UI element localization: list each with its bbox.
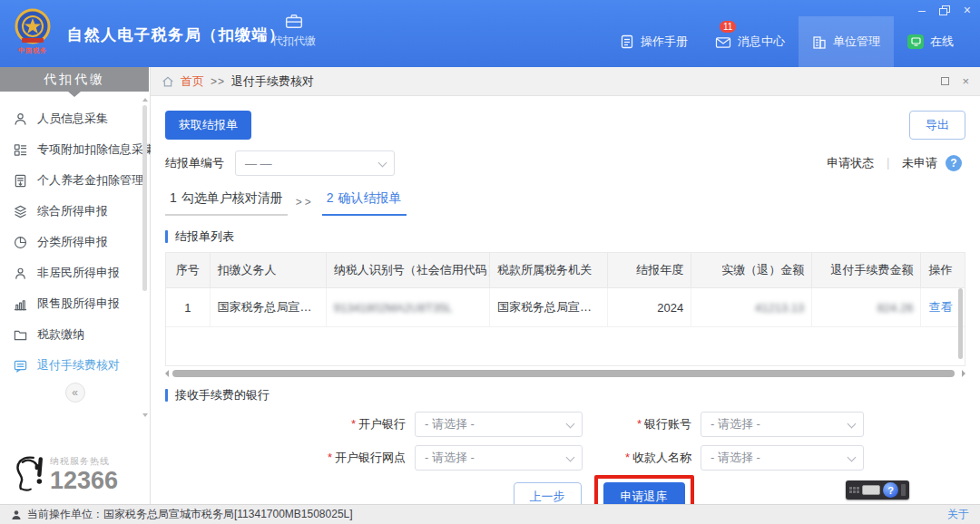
cell-withholder: 国家税务总局宣城市...	[210, 288, 326, 327]
sidebar-item-refund-fee-check[interactable]: 退付手续费核对	[0, 350, 150, 381]
sidebar-item-nonresident-income[interactable]: 非居民所得申报	[0, 257, 150, 288]
fetch-settlement-button[interactable]: 获取结报单	[165, 111, 251, 140]
chevron-down-icon	[848, 420, 857, 429]
sidebar-item-special-deduction[interactable]: 专项附加扣除信息采集	[0, 134, 150, 165]
list-section-title: 结报单列表	[165, 228, 965, 245]
bank-account-select[interactable]: - 请选择 -	[701, 412, 864, 437]
person-icon	[14, 112, 27, 126]
sidebar-collapse-button[interactable]: «	[65, 383, 85, 403]
briefcase-icon	[285, 13, 303, 29]
payee-name-select[interactable]: - 请选择 -	[701, 445, 864, 471]
operating-unit-text: 当前操作单位：国家税务总局宣城市税务局[11341700MB1508025L]	[27, 507, 353, 522]
breadcrumb-bar: 首页 >> 退付手续费核对 ×	[151, 67, 980, 96]
maximize-panel-icon[interactable]	[941, 77, 949, 85]
sidebar-item-label: 专项附加扣除信息采集	[37, 141, 155, 158]
sidebar-item-label: 税款缴纳	[37, 326, 84, 343]
doc-no-value: — —	[245, 157, 272, 170]
export-button[interactable]: 导出	[909, 111, 965, 140]
tab-withholding-module[interactable]: 代扣代缴	[272, 13, 316, 49]
sidebar-item-tax-payment[interactable]: 税款缴纳	[0, 319, 150, 350]
breadcrumb-current: 退付手续费核对	[231, 73, 314, 90]
bank-label-payee-name: *收款人名称	[608, 450, 691, 466]
cell-fee-amount: 824.26	[812, 288, 921, 327]
scroll-right-arrow-icon[interactable]	[962, 370, 965, 377]
step-tab-check-list[interactable]: 1 勾选单户核对清册	[165, 190, 288, 216]
cell-year: 2024	[608, 288, 691, 327]
menu-item-online[interactable]: 在线	[894, 16, 967, 67]
about-link[interactable]: 关于	[947, 507, 969, 522]
help-icon[interactable]: ?	[946, 155, 962, 171]
close-window-icon[interactable]: ×	[964, 4, 971, 16]
folder-icon	[14, 328, 27, 342]
apply-refund-button[interactable]: 申请退库	[603, 482, 685, 504]
required-marker: *	[625, 451, 630, 464]
cell-authority: 国家税务总局宣城经...	[489, 288, 607, 327]
breadcrumb-separator: >>	[211, 75, 225, 88]
bar-chart-icon	[14, 297, 27, 311]
menu-item-messages[interactable]: 11 消息中心	[701, 16, 799, 67]
input-method-toolbar[interactable]: ?	[846, 480, 909, 500]
menu-item-manual[interactable]: 操作手册	[606, 16, 701, 67]
chevron-down-icon	[566, 420, 575, 429]
col-seq: 序号	[166, 253, 210, 288]
home-icon	[162, 75, 174, 88]
apply-status-label: 申请状态	[827, 155, 874, 171]
pie-chart-icon	[14, 236, 27, 249]
scrollbar-thumb[interactable]	[958, 288, 963, 359]
document-download-icon	[14, 174, 27, 188]
sidebar-item-classified-income[interactable]: 分类所得申报	[0, 227, 150, 257]
sidebar-scrollbar[interactable]	[142, 98, 148, 417]
scroll-down-arrow-icon[interactable]	[142, 413, 148, 417]
bank-label-branch: *开户银行网点	[306, 450, 406, 466]
sidebar-item-label: 退付手续费核对	[37, 357, 120, 374]
chevron-down-icon	[848, 453, 857, 462]
sidebar-header: 代扣代缴	[0, 67, 149, 92]
ime-key-icon[interactable]	[862, 485, 880, 495]
sidebar-item-label: 限售股所得申报	[37, 296, 120, 312]
ime-help-icon[interactable]: ?	[883, 482, 898, 498]
scrollbar-thumb[interactable]	[142, 105, 147, 291]
sidebar-item-pension-deduction[interactable]: 个人养老金扣除管理	[0, 165, 150, 196]
table-horizontal-scrollbar[interactable]	[165, 369, 965, 378]
bank-section-title: 接收手续费的银行	[165, 387, 965, 403]
doc-no-select[interactable]: — —	[235, 150, 395, 176]
col-paid-amount: 实缴（退）金额	[691, 253, 812, 288]
sidebar-item-label: 非居民所得申报	[37, 265, 120, 281]
breadcrumb-home[interactable]: 首页	[181, 73, 204, 90]
menu-item-label: 单位管理	[833, 34, 880, 50]
step-number: 2	[327, 190, 334, 207]
required-marker: *	[351, 417, 356, 431]
apply-status-value: 未申请	[902, 155, 937, 171]
sidebar-item-comprehensive-income[interactable]: 综合所得申报	[0, 196, 150, 227]
scroll-up-arrow-icon[interactable]	[142, 98, 148, 102]
mail-icon	[715, 35, 731, 49]
hotline-face-icon	[11, 453, 45, 493]
table-vertical-scrollbar[interactable]	[957, 288, 964, 364]
scroll-left-arrow-icon[interactable]	[165, 370, 169, 377]
cell-seq: 1	[166, 288, 210, 327]
sidebar-item-personnel-info[interactable]: 人员信息采集	[0, 103, 150, 134]
col-year: 结报年度	[608, 253, 691, 288]
close-panel-icon[interactable]: ×	[962, 74, 969, 88]
minimize-icon[interactable]: –	[918, 4, 926, 16]
app-header: – × 中国税务 自然人电子税务局（扣缴端） 代扣代缴 操作手册 11	[0, 0, 980, 67]
menu-item-org-management[interactable]: 单位管理	[799, 16, 894, 67]
step-tab-confirm-settlement[interactable]: 2 确认结报单	[322, 190, 407, 216]
step-label: 确认结报单	[338, 190, 402, 207]
section-marker	[165, 389, 168, 402]
bank-branch-select[interactable]: - 请选择 -	[415, 445, 583, 471]
previous-step-button[interactable]: 上一步	[514, 482, 582, 504]
sidebar-item-restricted-shares[interactable]: 限售股所得申报	[0, 288, 150, 319]
sidebar-item-label: 个人养老金扣除管理	[37, 172, 143, 189]
main-content: 获取结报单 导出 结报单编号 — — 申请状态 ｜ 未申请 ? 1 勾选单户核对…	[151, 96, 980, 504]
step-label: 勾选单户核对清册	[181, 190, 283, 207]
step-number: 1	[170, 190, 177, 207]
table-header-row: 序号 扣缴义务人 纳税人识别号（社会信用代码） 税款所属税务机关 结报年度 实缴…	[166, 253, 965, 288]
opening-bank-select[interactable]: - 请选择 -	[415, 412, 583, 437]
message-count-badge: 11	[720, 21, 736, 33]
required-marker: *	[637, 417, 642, 431]
restore-window-icon[interactable]	[939, 5, 950, 15]
scrollbar-thumb[interactable]	[172, 370, 955, 377]
app-title: 自然人电子税务局（扣缴端）	[67, 24, 286, 45]
ime-handle-icon[interactable]	[901, 484, 906, 496]
